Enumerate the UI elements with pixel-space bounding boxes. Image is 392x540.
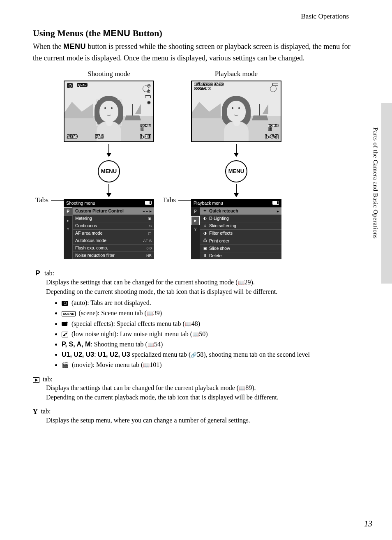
menu-item: ◑Filter effects: [200, 229, 281, 237]
arrow-down: [234, 144, 239, 157]
bullet-movie: 🎬 (movie): Movie menu tab (📖101): [62, 360, 359, 369]
low-noise-icon: [62, 332, 68, 337]
bullet-lownoise: (low noise night): Low noise night menu …: [62, 329, 359, 339]
arrow-down: [106, 184, 111, 197]
menu-item-label: Filter effects: [209, 231, 233, 235]
u-modes: U1, U2, U3: [62, 351, 94, 358]
menu-item-label: Continuous: [75, 223, 97, 228]
arrow-down: [106, 144, 111, 157]
page-ref-101: 101): [150, 361, 161, 368]
status-icons-right: [272, 83, 278, 86]
remaining-shots: [▸ 38]: [140, 134, 151, 139]
tab-word: tab:: [43, 376, 53, 383]
intro-paragraph: When the MENU button is pressed while th…: [33, 41, 359, 64]
title-suffix: Button): [130, 28, 162, 38]
aperture: F5.6: [95, 134, 104, 139]
quality-indicator: QUAL: [77, 83, 88, 87]
norm-indicator: NORM⬚: [268, 124, 278, 131]
menu-items-list: ✦Quick retouch▸◐D-Lighting☺Skin softenin…: [200, 207, 281, 259]
menu-item-value: NR: [146, 254, 152, 258]
menu-item-label: AF area mode: [75, 231, 103, 235]
menu-item-label: Delete: [209, 253, 221, 258]
bullet-scene: SCENE (scene): Scene menu tab (📖39): [62, 308, 359, 318]
tab-play: ▸: [191, 216, 200, 225]
bullet-auto: (auto): Tabs are not displayed.: [62, 298, 359, 307]
bullet-user-modes: U1, U2, U3: U1, U2, U3 specialized menu …: [62, 350, 359, 359]
book-icon: 📖: [147, 310, 153, 316]
menu-item-label: Noise reduction filter: [75, 253, 115, 258]
menu-button: MENU: [225, 160, 247, 182]
menu-items-list: Custom Picture Control– –▸Metering▣Conti…: [73, 207, 154, 259]
menu-item-label: Custom Picture Control: [75, 208, 124, 213]
menu-item: Custom Picture Control– –▸: [73, 207, 154, 215]
shooting-mode-label: Shooting mode: [88, 70, 130, 78]
play-tab-description: tab: Displays the settings that can be c…: [33, 376, 359, 402]
book-icon: 📖: [238, 279, 244, 286]
p-tab-letter: P: [33, 269, 43, 277]
menu-item-label: Skin softening: [209, 223, 236, 228]
playback-menu-panel: Playback menu P ▸ Y ✦Quick retouch▸◐D-Li…: [191, 199, 281, 259]
book-icon: 📖: [239, 385, 245, 391]
filename: 0004.JPG: [194, 86, 211, 90]
menu-item-value: – –: [143, 209, 148, 213]
page-ref-39: 39): [153, 309, 162, 316]
menu-title: Playback menu: [194, 201, 223, 205]
menu-item-icon: ▣: [203, 246, 208, 250]
caret-icon: ▸: [150, 209, 152, 213]
menu-title: Shooting menu: [66, 201, 95, 205]
title-prefix: Using Menus (the: [33, 28, 103, 38]
menu-item-value: S: [149, 224, 152, 228]
title-menu-word: MENU: [103, 28, 131, 38]
movie-icon: 🎬: [62, 361, 69, 369]
shooting-column: Shooting mode: [58, 70, 160, 259]
date-time: 15/11/2011 15:30 0004.JPG: [194, 83, 224, 91]
page-ref-54: 54): [154, 341, 163, 348]
menu-item-value: ▢: [148, 231, 152, 235]
tab-word: tab:: [41, 408, 51, 415]
u-modes-2: U1, U2, U3: [98, 351, 130, 358]
setup-tab-description: Y tab: Displays the setup menu, where yo…: [33, 408, 359, 425]
norm-indicator: NORM⬚: [141, 124, 151, 131]
tab-setup: Y: [191, 225, 200, 234]
page-ref-58: 58), shooting menu tab on the second lev…: [197, 351, 310, 358]
psam-modes: P, S, A, M: [62, 341, 90, 348]
menu-item: ✦Quick retouch▸: [200, 207, 281, 215]
tab-p: P: [191, 207, 200, 216]
menu-item-icon: ◑: [203, 231, 208, 235]
page-ref-29: 29).: [244, 279, 255, 286]
playback-mode-label: Playback mode: [215, 70, 258, 78]
section-side-label: Parts of the Camera and Basic Operations: [372, 127, 379, 239]
shooting-menu-panel: Shooting menu P ▸ Y Custom Picture Contr…: [64, 199, 154, 259]
menu-item: Noise reduction filterNR: [73, 252, 154, 259]
battery-icon: [272, 201, 279, 205]
book-icon: 📖: [192, 331, 199, 337]
tab-word: tab:: [44, 270, 54, 277]
menu-item: ◐D-Lighting: [200, 215, 281, 222]
menu-item: Flash exp. comp.0.0: [73, 244, 154, 252]
menu-item-label: Print order: [209, 238, 229, 243]
page-ref-89: 89).: [245, 384, 256, 391]
menu-item: ▣Slide show: [200, 245, 281, 252]
menu-item-icon: 🗑: [203, 254, 208, 258]
bullet-psam: P, S, A, M: Shooting menu tab (📖54): [62, 339, 359, 349]
image-counter: [▸ 4/ 4]: [265, 134, 278, 139]
special-effects-icon: [62, 321, 68, 327]
breadcrumb: Basic Operations: [33, 12, 349, 21]
caret-icon: ▸: [277, 209, 279, 213]
menu-item-icon: ✦: [203, 209, 208, 213]
menu-item-value: ▣: [148, 217, 152, 221]
playback-screen: 15/11/2011 15:30 0004.JPG NORM⬚ [▸ 4/ 4]: [191, 81, 281, 142]
shooting-screen: QUAL ◎⏱ ◉ NORM⬚ 1/250 F5.6 [▸ 38]: [64, 81, 154, 142]
tab-p: P: [64, 207, 72, 216]
camera-icon: [62, 301, 68, 306]
playback-column: Playback mode 15/11/2011 15:30 0004.JPG: [185, 70, 288, 259]
menu-item-label: D-Lighting: [209, 216, 229, 221]
play-icon: [33, 377, 39, 383]
tabs-callout-label: Tabs: [163, 196, 176, 204]
menu-item-label: Flash exp. comp.: [75, 245, 108, 250]
arrow-down: [234, 184, 239, 197]
tab-setup: Y: [64, 225, 72, 234]
menu-item-icon: ◐: [203, 216, 208, 220]
p-tab-description: P tab: Displays the settings that can be…: [33, 269, 359, 370]
menu-item-label: Slide show: [209, 246, 230, 251]
